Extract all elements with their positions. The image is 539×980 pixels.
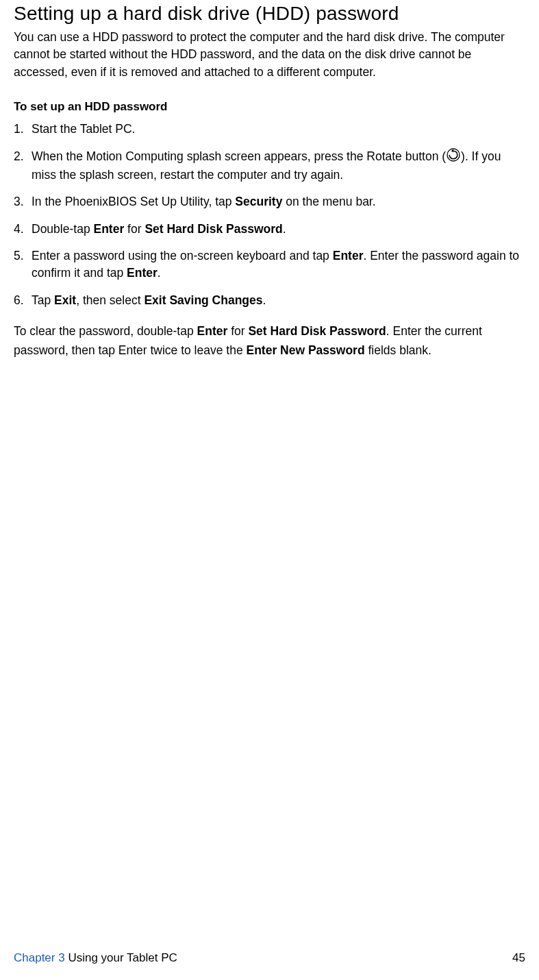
intro-paragraph: You can use a HDD password to protect th… (14, 29, 525, 81)
step-6-text-c: , then select (76, 293, 144, 307)
step-5-text-a: Enter a password using the on-screen key… (32, 249, 333, 262)
step-2-text-a: When the Motion Computing splash screen … (32, 149, 446, 163)
step-4-strong-2: Set Hard Disk Password (145, 222, 282, 236)
rotate-icon (447, 148, 460, 167)
step-5-strong-1: Enter (333, 249, 364, 262)
step-3-text-c: on the menu bar. (282, 195, 375, 208)
step-4-text-e: . (283, 222, 286, 236)
clear-a: To clear the password, double-tap (14, 324, 197, 338)
step-6-strong-2: Exit Saving Changes (144, 293, 262, 307)
step-5-strong-2: Enter (127, 266, 158, 280)
step-4-text-c: for (124, 222, 145, 236)
step-4-strong-1: Enter (93, 222, 124, 236)
page-footer: Chapter 3 Using your Tablet PC 45 (14, 951, 525, 965)
step-1-text: Start the Tablet PC. (32, 122, 135, 136)
step-5: Enter a password using the on-screen key… (14, 247, 525, 282)
step-4: Double-tap Enter for Set Hard Disk Passw… (14, 221, 525, 238)
page-title: Setting up a hard disk drive (HDD) passw… (14, 3, 525, 25)
step-5-text-e: . (158, 266, 161, 280)
clear-d: Set Hard Disk Password (248, 324, 386, 338)
step-6-text-e: . (263, 293, 266, 307)
clear-c: for (227, 324, 248, 338)
clear-password-paragraph: To clear the password, double-tap Enter … (14, 321, 525, 360)
clear-b: Enter (197, 324, 228, 338)
step-6-text-a: Tap (32, 293, 54, 307)
footer-left: Chapter 3 Using your Tablet PC (14, 951, 177, 965)
chapter-link[interactable]: Chapter 3 (14, 951, 65, 964)
step-3-strong: Security (235, 195, 282, 208)
step-6: Tap Exit, then select Exit Saving Change… (14, 292, 525, 309)
step-6-strong-1: Exit (54, 293, 76, 307)
clear-g: fields blank. (365, 343, 431, 357)
step-4-text-a: Double-tap (32, 222, 93, 236)
page-number: 45 (512, 951, 525, 965)
step-2: When the Motion Computing splash screen … (14, 148, 525, 184)
chapter-title: Using your Tablet PC (65, 951, 177, 964)
steps-list: Start the Tablet PC. When the Motion Com… (14, 121, 525, 309)
procedure-heading: To set up an HDD password (14, 100, 525, 114)
step-3: In the PhoenixBIOS Set Up Utility, tap S… (14, 193, 525, 210)
step-3-text-a: In the PhoenixBIOS Set Up Utility, tap (32, 195, 235, 208)
step-1: Start the Tablet PC. (14, 121, 525, 138)
clear-f: Enter New Password (247, 343, 365, 357)
